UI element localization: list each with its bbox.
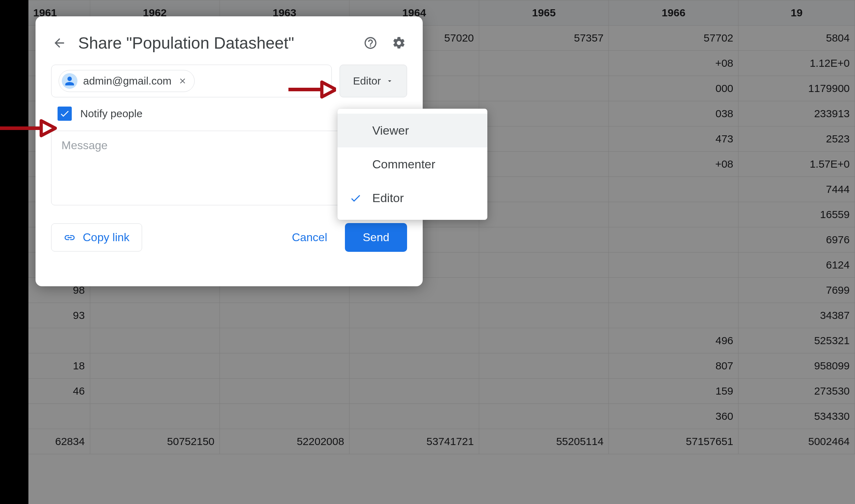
role-option-editor[interactable]: Editor — [337, 181, 487, 215]
cell — [479, 51, 609, 76]
cell — [349, 328, 479, 353]
notify-checkbox[interactable] — [58, 107, 72, 121]
checkmark-icon — [348, 192, 363, 204]
send-button[interactable]: Send — [345, 223, 407, 252]
role-option-label: Viewer — [372, 124, 473, 137]
cell — [609, 202, 738, 227]
cell — [90, 353, 220, 379]
table-row: 46159273530 — [0, 379, 855, 404]
cell: 57157651 — [609, 429, 738, 454]
cell: 16559 — [738, 202, 855, 227]
cell: 233913 — [738, 101, 855, 126]
checkmark-icon — [59, 108, 70, 119]
cell — [479, 101, 609, 126]
cell — [220, 303, 349, 328]
role-dropdown-button[interactable]: Editor — [340, 65, 407, 97]
table-row: 9334387 — [0, 303, 855, 328]
cancel-button[interactable]: Cancel — [281, 224, 338, 251]
help-button[interactable] — [362, 35, 379, 51]
copy-link-button[interactable]: Copy link — [51, 223, 142, 251]
cell — [349, 404, 479, 429]
cell: 52202008 — [220, 429, 349, 454]
header-actions — [362, 35, 407, 51]
cell: 360 — [609, 404, 738, 429]
cell — [479, 126, 609, 152]
cell — [479, 177, 609, 202]
cell — [609, 227, 738, 253]
cell — [479, 379, 609, 404]
cell: 000 — [609, 76, 738, 101]
cell: 2523 — [738, 126, 855, 152]
cell — [90, 379, 220, 404]
cell: 496 — [609, 328, 738, 353]
cell: +08 — [609, 51, 738, 76]
column-header: 1965 — [479, 0, 609, 26]
avatar-icon — [62, 73, 77, 89]
link-icon — [64, 232, 76, 244]
cell: 34387 — [738, 303, 855, 328]
cell: 5002464 — [738, 429, 855, 454]
cell — [90, 404, 220, 429]
cell — [479, 253, 609, 278]
cell — [609, 177, 738, 202]
cell: 57702 — [609, 26, 738, 51]
help-icon — [363, 36, 378, 50]
caret-down-icon — [386, 77, 394, 85]
dialog-footer: Copy link Cancel Send — [51, 223, 407, 252]
cell: 5804 — [738, 26, 855, 51]
cell: 273530 — [738, 379, 855, 404]
back-button[interactable] — [51, 35, 67, 51]
cell: 6124 — [738, 253, 855, 278]
cell: 1.12E+0 — [738, 51, 855, 76]
cell: +08 — [609, 152, 738, 177]
cell: 53741721 — [349, 429, 479, 454]
remove-recipient-button[interactable] — [177, 76, 188, 86]
cell — [479, 353, 609, 379]
cell — [609, 278, 738, 303]
role-selected-label: Editor — [353, 75, 381, 87]
cell: 7444 — [738, 177, 855, 202]
cell — [479, 202, 609, 227]
table-row: 6283450752150522020085374172155205114571… — [0, 429, 855, 454]
cell — [479, 404, 609, 429]
cell — [349, 353, 479, 379]
cell — [479, 303, 609, 328]
cell — [90, 303, 220, 328]
recipient-email: admin@gmail.com — [83, 75, 172, 87]
cell: 7699 — [738, 278, 855, 303]
cell: 50752150 — [90, 429, 220, 454]
role-option-viewer[interactable]: Viewer — [337, 114, 487, 147]
cell: 159 — [609, 379, 738, 404]
cell — [349, 379, 479, 404]
cell — [349, 303, 479, 328]
cell — [609, 253, 738, 278]
cell: 807 — [609, 353, 738, 379]
recipient-chip[interactable]: admin@gmail.com — [59, 70, 195, 92]
cell: 57357 — [479, 26, 609, 51]
settings-button[interactable] — [391, 35, 407, 51]
cell: 1179900 — [738, 76, 855, 101]
role-option-commenter[interactable]: Commenter — [337, 147, 487, 181]
recipient-input[interactable]: admin@gmail.com — [51, 65, 332, 97]
role-option-label: Commenter — [372, 157, 473, 171]
dialog-header: Share "Population Datasheet" — [51, 33, 407, 53]
cell — [479, 328, 609, 353]
cell: 534330 — [738, 404, 855, 429]
close-icon — [178, 77, 187, 85]
cell — [220, 404, 349, 429]
cell — [90, 328, 220, 353]
cell — [479, 227, 609, 253]
cell: 473 — [609, 126, 738, 152]
cell — [220, 379, 349, 404]
cell: 1.57E+0 — [738, 152, 855, 177]
gear-icon — [392, 36, 406, 50]
left-black-gutter — [0, 0, 28, 504]
table-row: 360534330 — [0, 404, 855, 429]
cell: 958099 — [738, 353, 855, 379]
copy-link-label: Copy link — [83, 231, 130, 244]
table-row: 496525321 — [0, 328, 855, 353]
table-row: 18807958099 — [0, 353, 855, 379]
column-header: 19 — [738, 0, 855, 26]
cell — [479, 278, 609, 303]
role-option-label: Editor — [372, 191, 473, 205]
